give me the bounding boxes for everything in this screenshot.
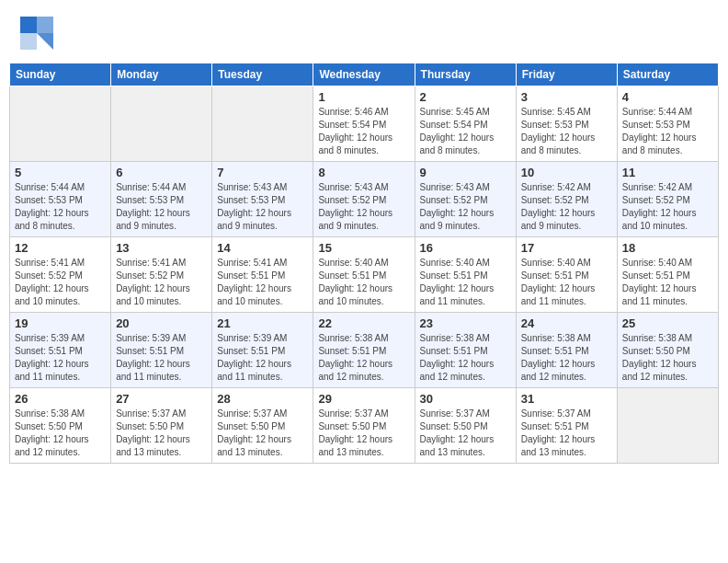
day-number: 10 — [521, 166, 612, 179]
day-number: 13 — [116, 241, 207, 255]
calendar-cell: 1Sunrise: 5:46 AM Sunset: 5:54 PM Daylig… — [313, 86, 415, 162]
day-info: Sunrise: 5:39 AM Sunset: 5:51 PM Dayligh… — [217, 332, 308, 384]
day-number: 27 — [116, 392, 207, 406]
calendar-cell: 2Sunrise: 5:45 AM Sunset: 5:54 PM Daylig… — [415, 86, 516, 162]
weekday-header-thursday: Thursday — [415, 63, 516, 86]
logo — [20, 17, 57, 50]
day-info: Sunrise: 5:45 AM Sunset: 5:54 PM Dayligh… — [420, 106, 511, 157]
day-info: Sunrise: 5:37 AM Sunset: 5:50 PM Dayligh… — [420, 408, 511, 459]
weekday-header-tuesday: Tuesday — [212, 63, 313, 86]
calendar-cell: 18Sunrise: 5:40 AM Sunset: 5:51 PM Dayli… — [617, 237, 718, 313]
day-info: Sunrise: 5:38 AM Sunset: 5:50 PM Dayligh… — [622, 332, 713, 384]
day-info: Sunrise: 5:43 AM Sunset: 5:52 PM Dayligh… — [420, 181, 511, 233]
calendar-week-1: 1Sunrise: 5:46 AM Sunset: 5:54 PM Daylig… — [10, 86, 719, 162]
day-info: Sunrise: 5:45 AM Sunset: 5:53 PM Dayligh… — [521, 106, 612, 157]
calendar-cell: 31Sunrise: 5:37 AM Sunset: 5:51 PM Dayli… — [516, 388, 617, 464]
day-info: Sunrise: 5:46 AM Sunset: 5:54 PM Dayligh… — [318, 106, 409, 157]
day-number: 26 — [15, 392, 106, 406]
calendar-cell: 4Sunrise: 5:44 AM Sunset: 5:53 PM Daylig… — [617, 86, 718, 162]
day-info: Sunrise: 5:38 AM Sunset: 5:51 PM Dayligh… — [521, 332, 612, 384]
weekday-header-row: SundayMondayTuesdayWednesdayThursdayFrid… — [10, 63, 719, 86]
calendar-cell — [617, 388, 718, 464]
svg-rect-1 — [37, 17, 53, 33]
day-info: Sunrise: 5:37 AM Sunset: 5:50 PM Dayligh… — [116, 408, 207, 459]
day-info: Sunrise: 5:39 AM Sunset: 5:51 PM Dayligh… — [116, 332, 207, 384]
day-number: 18 — [622, 241, 713, 255]
day-info: Sunrise: 5:40 AM Sunset: 5:51 PM Dayligh… — [521, 257, 612, 308]
day-number: 30 — [420, 392, 511, 406]
day-number: 14 — [217, 241, 308, 255]
weekday-header-friday: Friday — [516, 63, 617, 86]
day-info: Sunrise: 5:42 AM Sunset: 5:52 PM Dayligh… — [622, 181, 713, 233]
calendar-cell — [111, 86, 212, 162]
day-number: 28 — [217, 392, 308, 406]
calendar-cell — [10, 86, 111, 162]
day-info: Sunrise: 5:40 AM Sunset: 5:51 PM Dayligh… — [318, 257, 409, 308]
calendar-cell: 20Sunrise: 5:39 AM Sunset: 5:51 PM Dayli… — [111, 313, 212, 388]
day-info: Sunrise: 5:42 AM Sunset: 5:52 PM Dayligh… — [521, 181, 612, 233]
calendar-cell: 13Sunrise: 5:41 AM Sunset: 5:52 PM Dayli… — [111, 237, 212, 313]
day-number: 20 — [116, 316, 207, 330]
calendar-cell: 23Sunrise: 5:38 AM Sunset: 5:51 PM Dayli… — [415, 313, 516, 388]
day-info: Sunrise: 5:38 AM Sunset: 5:51 PM Dayligh… — [420, 332, 511, 384]
day-number: 3 — [521, 90, 612, 104]
day-info: Sunrise: 5:37 AM Sunset: 5:50 PM Dayligh… — [217, 408, 308, 459]
calendar-cell: 7Sunrise: 5:43 AM Sunset: 5:53 PM Daylig… — [212, 162, 313, 237]
calendar-cell: 21Sunrise: 5:39 AM Sunset: 5:51 PM Dayli… — [212, 313, 313, 388]
calendar-cell: 25Sunrise: 5:38 AM Sunset: 5:50 PM Dayli… — [617, 313, 718, 388]
calendar-cell: 29Sunrise: 5:37 AM Sunset: 5:50 PM Dayli… — [313, 388, 415, 464]
weekday-header-saturday: Saturday — [617, 63, 718, 86]
day-info: Sunrise: 5:37 AM Sunset: 5:50 PM Dayligh… — [318, 408, 409, 459]
day-number: 2 — [420, 90, 511, 104]
calendar-week-2: 5Sunrise: 5:44 AM Sunset: 5:53 PM Daylig… — [10, 162, 719, 237]
calendar-cell: 24Sunrise: 5:38 AM Sunset: 5:51 PM Dayli… — [516, 313, 617, 388]
calendar-cell — [212, 86, 313, 162]
day-info: Sunrise: 5:41 AM Sunset: 5:52 PM Dayligh… — [15, 257, 106, 308]
calendar-cell: 15Sunrise: 5:40 AM Sunset: 5:51 PM Dayli… — [313, 237, 415, 313]
calendar-cell: 17Sunrise: 5:40 AM Sunset: 5:51 PM Dayli… — [516, 237, 617, 313]
day-number: 23 — [420, 316, 511, 330]
day-number: 19 — [15, 316, 106, 330]
day-number: 7 — [217, 166, 308, 179]
day-info: Sunrise: 5:38 AM Sunset: 5:51 PM Dayligh… — [318, 332, 409, 384]
calendar-cell: 26Sunrise: 5:38 AM Sunset: 5:50 PM Dayli… — [10, 388, 111, 464]
day-number: 31 — [521, 392, 612, 406]
day-info: Sunrise: 5:40 AM Sunset: 5:51 PM Dayligh… — [420, 257, 511, 308]
day-number: 6 — [116, 166, 207, 179]
calendar-week-5: 26Sunrise: 5:38 AM Sunset: 5:50 PM Dayli… — [10, 388, 719, 464]
svg-rect-0 — [20, 17, 37, 33]
calendar-cell: 30Sunrise: 5:37 AM Sunset: 5:50 PM Dayli… — [415, 388, 516, 464]
calendar-cell: 28Sunrise: 5:37 AM Sunset: 5:50 PM Dayli… — [212, 388, 313, 464]
calendar-cell: 11Sunrise: 5:42 AM Sunset: 5:52 PM Dayli… — [617, 162, 718, 237]
calendar-cell: 27Sunrise: 5:37 AM Sunset: 5:50 PM Dayli… — [111, 388, 212, 464]
weekday-header-sunday: Sunday — [10, 63, 111, 86]
day-info: Sunrise: 5:40 AM Sunset: 5:51 PM Dayligh… — [622, 257, 713, 308]
calendar-cell: 9Sunrise: 5:43 AM Sunset: 5:52 PM Daylig… — [415, 162, 516, 237]
day-number: 24 — [521, 316, 612, 330]
calendar-cell: 14Sunrise: 5:41 AM Sunset: 5:51 PM Dayli… — [212, 237, 313, 313]
calendar-table: SundayMondayTuesdayWednesdayThursdayFrid… — [9, 63, 719, 464]
calendar-cell: 6Sunrise: 5:44 AM Sunset: 5:53 PM Daylig… — [111, 162, 212, 237]
day-number: 5 — [15, 166, 106, 179]
day-number: 15 — [318, 241, 409, 255]
day-info: Sunrise: 5:44 AM Sunset: 5:53 PM Dayligh… — [622, 106, 713, 157]
day-number: 25 — [622, 316, 713, 330]
logo-icon — [20, 17, 53, 50]
day-info: Sunrise: 5:39 AM Sunset: 5:51 PM Dayligh… — [15, 332, 106, 384]
weekday-header-wednesday: Wednesday — [313, 63, 415, 86]
day-info: Sunrise: 5:44 AM Sunset: 5:53 PM Dayligh… — [116, 181, 207, 233]
day-number: 22 — [318, 316, 409, 330]
day-info: Sunrise: 5:43 AM Sunset: 5:52 PM Dayligh… — [318, 181, 409, 233]
calendar-cell: 12Sunrise: 5:41 AM Sunset: 5:52 PM Dayli… — [10, 237, 111, 313]
day-number: 29 — [318, 392, 409, 406]
calendar-cell: 16Sunrise: 5:40 AM Sunset: 5:51 PM Dayli… — [415, 237, 516, 313]
day-number: 21 — [217, 316, 308, 330]
svg-rect-3 — [20, 33, 37, 50]
day-number: 12 — [15, 241, 106, 255]
day-info: Sunrise: 5:38 AM Sunset: 5:50 PM Dayligh… — [15, 408, 106, 459]
day-info: Sunrise: 5:43 AM Sunset: 5:53 PM Dayligh… — [217, 181, 308, 233]
day-number: 17 — [521, 241, 612, 255]
weekday-header-monday: Monday — [111, 63, 212, 86]
calendar-cell: 10Sunrise: 5:42 AM Sunset: 5:52 PM Dayli… — [516, 162, 617, 237]
day-info: Sunrise: 5:44 AM Sunset: 5:53 PM Dayligh… — [15, 181, 106, 233]
